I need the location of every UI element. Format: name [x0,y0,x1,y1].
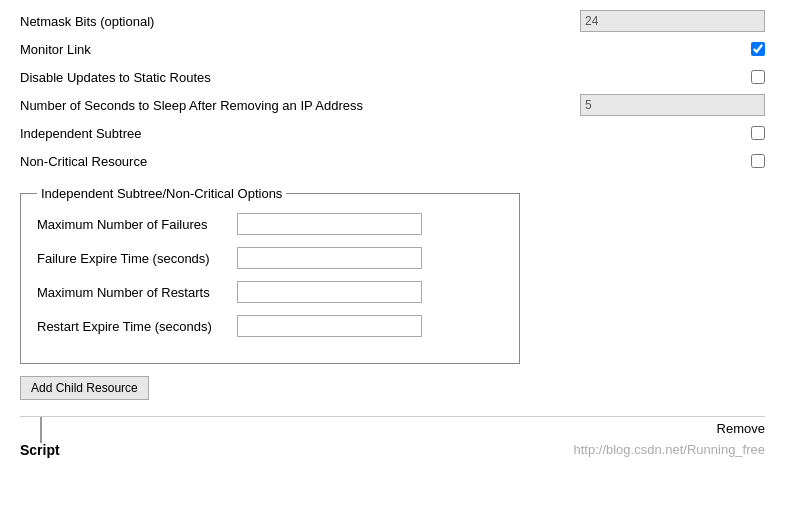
max-failures-label: Maximum Number of Failures [37,217,237,232]
netmask-bits-label: Netmask Bits (optional) [20,14,565,29]
bottom-divider: Remove [20,416,765,436]
monitor-link-label: Monitor Link [20,42,565,57]
independent-subtree-row: Independent Subtree [20,120,765,146]
disable-updates-label: Disable Updates to Static Routes [20,70,565,85]
fieldset-legend: Independent Subtree/Non-Critical Options [37,186,286,201]
remove-area: Remove [20,417,765,436]
add-child-button[interactable]: Add Child Resource [20,376,149,400]
non-critical-control [565,154,765,168]
watermark-text: http://blog.csdn.net/Running_free [573,442,765,457]
max-failures-input[interactable] [237,213,422,235]
max-restarts-row: Maximum Number of Restarts [37,279,503,305]
vertical-bar-indicator [40,417,42,443]
max-restarts-label: Maximum Number of Restarts [37,285,237,300]
subtree-options-fieldset: Independent Subtree/Non-Critical Options… [20,186,520,364]
page-container: Netmask Bits (optional) Monitor Link Dis… [0,0,785,520]
max-failures-row: Maximum Number of Failures [37,211,503,237]
disable-updates-checkbox[interactable] [751,70,765,84]
non-critical-label: Non-Critical Resource [20,154,565,169]
restart-expire-row: Restart Expire Time (seconds) [37,313,503,339]
non-critical-row: Non-Critical Resource [20,148,765,174]
monitor-link-control [565,42,765,56]
independent-subtree-control [565,126,765,140]
sleep-seconds-input[interactable] [580,94,765,116]
sleep-seconds-control [565,94,765,116]
form-area: Netmask Bits (optional) Monitor Link Dis… [0,0,785,412]
monitor-link-row: Monitor Link [20,36,765,62]
max-restarts-input[interactable] [237,281,422,303]
monitor-link-checkbox[interactable] [751,42,765,56]
disable-updates-row: Disable Updates to Static Routes [20,64,765,90]
script-section: Script http://blog.csdn.net/Running_free [0,436,785,458]
independent-subtree-label: Independent Subtree [20,126,565,141]
independent-subtree-checkbox[interactable] [751,126,765,140]
restart-expire-input[interactable] [237,315,422,337]
non-critical-checkbox[interactable] [751,154,765,168]
failure-expire-input[interactable] [237,247,422,269]
disable-updates-control [565,70,765,84]
sleep-seconds-row: Number of Seconds to Sleep After Removin… [20,92,765,118]
netmask-bits-input[interactable] [580,10,765,32]
restart-expire-label: Restart Expire Time (seconds) [37,319,237,334]
netmask-bits-row: Netmask Bits (optional) [20,8,765,34]
sleep-seconds-label: Number of Seconds to Sleep After Removin… [20,98,565,113]
failure-expire-row: Failure Expire Time (seconds) [37,245,503,271]
failure-expire-label: Failure Expire Time (seconds) [37,251,237,266]
script-label: Script [20,442,60,458]
remove-link[interactable]: Remove [717,421,765,436]
netmask-bits-control [565,10,765,32]
